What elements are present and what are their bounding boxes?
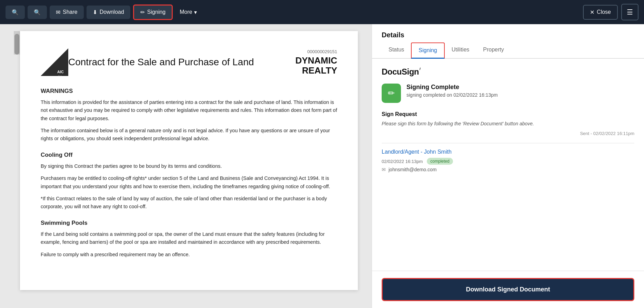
search-icon: 🔍	[12, 9, 19, 16]
download-signed-button[interactable]: Download Signed Document	[382, 278, 634, 301]
tab-property[interactable]: Property	[476, 42, 511, 59]
status-badge: completed	[427, 158, 453, 165]
scrollbar-thumb	[14, 34, 19, 55]
signer-timestamp: 02/02/2022 16:13pm	[382, 159, 423, 164]
document-header: AIC SA Contract for the Sale and Purchas…	[41, 48, 337, 76]
search-button[interactable]: 🔍	[6, 6, 25, 19]
close-icon: ✕	[590, 9, 594, 16]
tab-status[interactable]: Status	[382, 42, 411, 59]
svg-text:SA: SA	[58, 75, 62, 76]
right-panel: Details Status Signing Utilities Propert…	[372, 24, 644, 308]
cooling-off-p1: By signing this Contract the parties agr…	[41, 162, 337, 170]
hamburger-icon: ☰	[627, 8, 633, 16]
swimming-pools-p2: Failure to comply with a prescribed requ…	[41, 251, 337, 259]
zoom-button[interactable]: 🔍	[28, 6, 47, 19]
close-button[interactable]: ✕ Close	[583, 5, 618, 20]
sign-request-text: Please sign this form by following the '…	[382, 120, 634, 127]
more-button[interactable]: More ▾	[175, 6, 201, 19]
brand-id: 000000029151	[295, 49, 337, 54]
divider	[382, 143, 634, 143]
svg-text:AIC: AIC	[57, 70, 64, 74]
email-icon: ✉	[382, 167, 386, 172]
warnings-p2: The information contained below is of a …	[41, 127, 337, 143]
cooling-off-p2: Purchasers may be entitled to cooling-of…	[41, 174, 337, 190]
sign-request-heading: Sign Request	[382, 111, 634, 117]
download-icon: ⬇	[93, 9, 97, 16]
document-viewer[interactable]: AIC SA Contract for the Sale and Purchas…	[0, 24, 372, 308]
signing-complete-title: Signing Complete	[406, 84, 498, 91]
pen-complete-icon: ✏	[388, 88, 395, 98]
sign-request-sent: Sent - 02/02/2022 16:11pm	[382, 131, 634, 136]
signing-complete-subtitle: signing completed on 02/02/2022 16:13pm	[406, 92, 498, 98]
toolbar-right: ✕ Close ☰	[583, 4, 638, 20]
panel-tabs: Status Signing Utilities Property	[372, 42, 644, 59]
warnings-heading: WARNINGS	[41, 86, 337, 96]
main-area: AIC SA Contract for the Sale and Purchas…	[0, 24, 644, 308]
tab-signing[interactable]: Signing	[411, 42, 444, 59]
cooling-off-heading: Cooling Off	[41, 150, 337, 160]
signer-email-row: ✉ johnsmith@demo.com	[382, 167, 634, 172]
tab-utilities[interactable]: Utilities	[445, 42, 476, 59]
chevron-down-icon: ▾	[194, 9, 197, 16]
swimming-pools-heading: Swimming Pools	[41, 218, 337, 228]
svg-marker-0	[41, 48, 68, 76]
toolbar: 🔍 🔍 ✉ Share ⬇ Download ✏ Signing More ▾ …	[0, 0, 644, 24]
signing-complete-icon: ✏	[382, 84, 401, 103]
signer-section: Landlord/Agent - John Smith 02/02/2022 1…	[382, 149, 634, 172]
signing-complete-card: ✏ Signing Complete signing completed on …	[382, 84, 634, 103]
aic-logo-icon: AIC SA	[41, 48, 68, 76]
zoom-icon: 🔍	[34, 9, 41, 16]
scrollbar[interactable]	[14, 31, 20, 55]
signer-email: johnsmith@demo.com	[389, 167, 437, 172]
cooling-off-p3: *If this Contract relates to the sale of…	[41, 195, 337, 211]
download-signed-area: Download Signed Document	[372, 271, 644, 308]
document-title: Contract for the Sale and Purchase of La…	[68, 57, 254, 68]
swimming-pools-p1: If the Land being sold contains a swimmi…	[41, 230, 337, 246]
sign-request-section: Sign Request Please sign this form by fo…	[382, 111, 634, 136]
signing-button[interactable]: ✏ Signing	[133, 4, 173, 20]
menu-button[interactable]: ☰	[621, 4, 638, 20]
warnings-p1: This information is provided for the ass…	[41, 98, 337, 123]
docusign-logo: DocuSignˡ	[382, 67, 634, 77]
document-page: AIC SA Contract for the Sale and Purchas…	[20, 31, 358, 290]
document-logo: AIC SA Contract for the Sale and Purchas…	[41, 48, 254, 76]
signer-row: 02/02/2022 16:13pm completed	[382, 158, 634, 165]
panel-content: DocuSignˡ ✏ Signing Complete signing com…	[372, 59, 644, 271]
pen-icon: ✏	[140, 9, 145, 16]
download-button[interactable]: ⬇ Download	[87, 6, 130, 19]
share-icon: ✉	[56, 9, 60, 16]
signer-name: Landlord/Agent - John Smith	[382, 149, 634, 155]
share-button[interactable]: ✉ Share	[50, 6, 84, 19]
details-heading: Details	[372, 24, 644, 39]
signing-info: Signing Complete signing completed on 02…	[406, 84, 498, 98]
document-content: WARNINGS This information is provided fo…	[41, 86, 337, 259]
brand-name: DYNAMICREALTY	[295, 56, 337, 75]
document-brand: 000000029151 DYNAMICREALTY	[295, 49, 337, 75]
